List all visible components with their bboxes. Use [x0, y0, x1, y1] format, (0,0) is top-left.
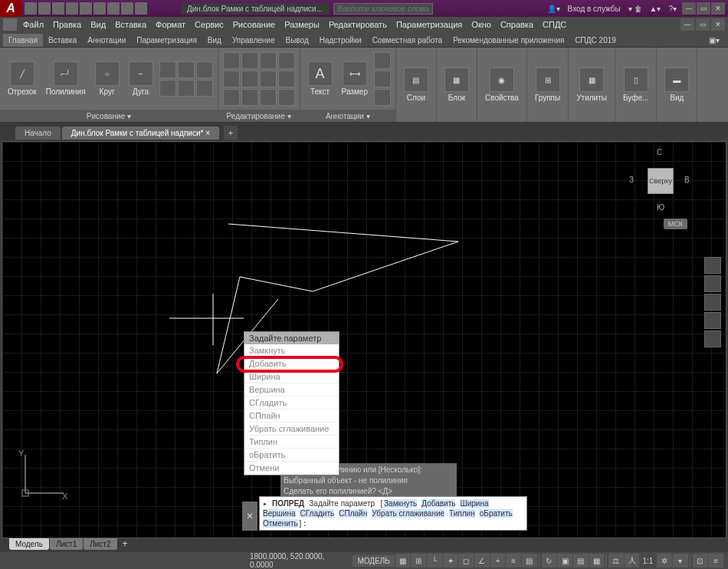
- cmd-opt[interactable]: Типлин: [449, 509, 475, 518]
- ribbon-tab-anno[interactable]: Аннотации: [82, 34, 131, 47]
- qat-more2-icon[interactable]: [135, 2, 147, 15]
- osnap-icon[interactable]: ◻: [458, 554, 474, 567]
- tab-close-icon[interactable]: ×: [205, 129, 210, 137]
- lwt-icon[interactable]: ≡: [506, 554, 521, 567]
- ctx-ltype[interactable]: Типлин: [244, 436, 339, 449]
- user-icon[interactable]: 👤▾: [545, 5, 562, 13]
- ribbon-tab-param[interactable]: Параметризация: [131, 34, 202, 47]
- ribbon-tab-collab[interactable]: Совместная работа: [367, 34, 448, 47]
- custom-icon[interactable]: ≡: [708, 554, 723, 567]
- nav-orbit-icon[interactable]: [704, 312, 721, 329]
- menu-help[interactable]: Справка: [496, 20, 538, 29]
- panel-draw-title[interactable]: Рисование ▾: [0, 110, 218, 122]
- doc-restore-button[interactable]: ▭: [696, 18, 710, 31]
- dimension-button[interactable]: ⟷Размер: [339, 60, 371, 97]
- ctx-width[interactable]: Ширина: [244, 370, 339, 383]
- anno-scale-icon[interactable]: ⚖: [608, 554, 624, 567]
- ribbon-tab-view[interactable]: Вид: [202, 34, 227, 47]
- panel-view[interactable]: ▬Вид: [657, 48, 697, 122]
- layout-add-button[interactable]: +: [118, 538, 133, 549]
- snap-icon[interactable]: ⊞: [411, 554, 426, 567]
- ctx-decurve[interactable]: Убрать сглаживание: [244, 423, 339, 436]
- anno-icon[interactable]: [374, 52, 391, 69]
- ribbon-tab-addins[interactable]: Надстройки: [314, 34, 367, 47]
- edit-icon[interactable]: [278, 71, 295, 87]
- draw-small-icon[interactable]: [159, 80, 176, 97]
- panel-anno-title[interactable]: Аннотации ▾: [300, 110, 395, 122]
- cmd-opt[interactable]: СГладить: [300, 509, 335, 518]
- ctx-add[interactable]: Добавить: [244, 357, 339, 370]
- arc-button[interactable]: ⌢Дуга: [126, 60, 156, 97]
- panel-groups[interactable]: ⊞Группы: [527, 48, 569, 122]
- tab-active-doc[interactable]: Дин.блок Рамки с таблицей надписи* ×: [62, 127, 219, 140]
- cart-icon[interactable]: ▾ 🗑: [626, 5, 644, 13]
- clean-icon[interactable]: ⊡: [693, 554, 708, 567]
- edit-icon[interactable]: [241, 71, 258, 87]
- nav-pan-icon[interactable]: [704, 275, 721, 292]
- layout-tab-model[interactable]: Модель: [9, 538, 49, 550]
- grid-toggle-icon[interactable]: ▦: [395, 554, 411, 567]
- ribbon-collapse-icon[interactable]: ▣▾: [703, 34, 725, 47]
- cmd-opt[interactable]: Отменить: [263, 519, 298, 528]
- draw-small-icon[interactable]: [196, 61, 213, 78]
- dyn-icon[interactable]: +: [490, 554, 506, 567]
- nav-show-icon[interactable]: [704, 331, 721, 347]
- cmd-opt[interactable]: Убрать сглаживание: [372, 509, 444, 518]
- viewcube-south[interactable]: Ю: [657, 203, 664, 212]
- menu-service[interactable]: Сервис: [190, 20, 228, 29]
- qat-saveas-icon[interactable]: [66, 2, 78, 15]
- menu-view[interactable]: Вид: [86, 20, 110, 29]
- anno-icon[interactable]: [374, 71, 391, 87]
- polyline-button[interactable]: ⌐┘Полилиния: [43, 60, 89, 97]
- menu-file[interactable]: Файл: [18, 20, 48, 29]
- nav-zoom-icon[interactable]: [704, 294, 721, 311]
- menu-param[interactable]: Параметризация: [392, 20, 467, 29]
- edit-icon[interactable]: [223, 89, 240, 106]
- menu-modify[interactable]: Редактировать: [324, 20, 392, 29]
- panel-props[interactable]: ◉Свойства: [477, 48, 527, 122]
- menu-icon[interactable]: [3, 18, 17, 31]
- 3d-icon[interactable]: ▣: [557, 554, 572, 567]
- ctx-close[interactable]: Замкнуть: [244, 344, 339, 357]
- menu-draw[interactable]: Рисование: [228, 20, 280, 29]
- draw-small-icon[interactable]: [159, 61, 176, 78]
- menu-dims[interactable]: Размеры: [280, 20, 324, 29]
- edit-icon[interactable]: [260, 71, 277, 87]
- draw-small-icon[interactable]: [178, 80, 195, 97]
- edit-icon[interactable]: [241, 52, 258, 69]
- cmd-opt[interactable]: оБратить: [480, 509, 513, 518]
- edit-icon[interactable]: [223, 71, 240, 87]
- menu-spds[interactable]: СПДС: [538, 20, 571, 29]
- panel-utils[interactable]: ▦Утилиты: [569, 48, 615, 122]
- cmd-opt[interactable]: СПлайн: [339, 509, 367, 518]
- qp-icon[interactable]: ▤: [573, 554, 589, 567]
- cmd-opt[interactable]: Добавить: [421, 499, 455, 508]
- menu-insert[interactable]: Вставка: [110, 20, 151, 29]
- search-input[interactable]: [333, 3, 433, 15]
- tab-new-button[interactable]: +: [224, 126, 238, 140]
- edit-icon[interactable]: [278, 52, 295, 69]
- edit-icon[interactable]: [260, 89, 277, 106]
- login-button[interactable]: Вход в службы: [566, 5, 623, 13]
- menu-format[interactable]: Формат: [151, 20, 190, 29]
- modelspace-button[interactable]: МОДЕЛЬ: [353, 555, 394, 567]
- ribbon-tab-home[interactable]: Главная: [3, 34, 43, 47]
- doc-minimize-button[interactable]: —: [680, 18, 694, 31]
- ribbon-tab-spds[interactable]: СПДС 2019: [569, 34, 621, 47]
- ctx-spline[interactable]: СПлайн: [244, 409, 339, 423]
- edit-icon[interactable]: [223, 52, 240, 69]
- ctx-reverse[interactable]: оБратить: [244, 449, 339, 462]
- ortho-icon[interactable]: └: [427, 554, 442, 567]
- qat-save-icon[interactable]: [52, 2, 64, 15]
- viewcube-face[interactable]: Сверху: [648, 168, 674, 194]
- ribbon-tab-apps[interactable]: Рекомендованные приложения: [448, 34, 569, 47]
- edit-icon[interactable]: [241, 89, 258, 106]
- as-icon[interactable]: 人: [625, 554, 640, 567]
- wcs-badge[interactable]: МСК: [664, 219, 687, 229]
- layout-tab-1[interactable]: Лист1: [50, 538, 83, 550]
- nav-wheel-icon[interactable]: [704, 257, 721, 274]
- text-button[interactable]: АТекст: [305, 60, 336, 97]
- qat-more-icon[interactable]: [121, 2, 133, 15]
- cmd-opt[interactable]: Замкнуть: [384, 499, 417, 508]
- viewcube-east[interactable]: В: [684, 176, 690, 184]
